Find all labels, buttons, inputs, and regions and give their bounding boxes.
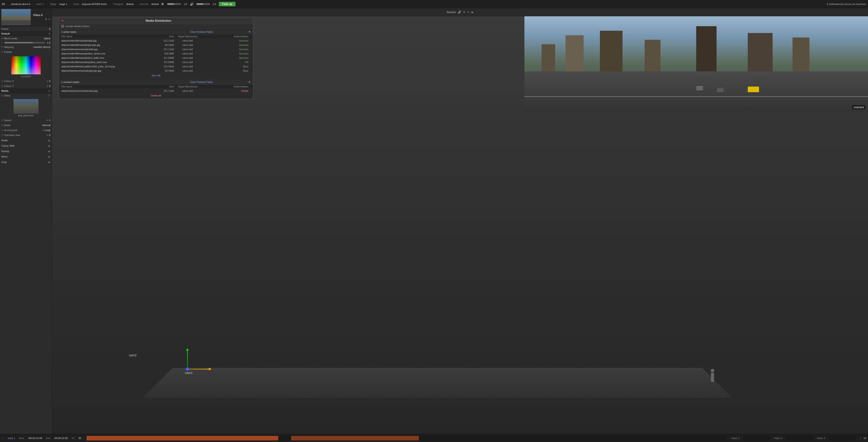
video2-label: Video 2 xyxy=(731,437,739,440)
speed-label: Speed xyxy=(4,119,46,122)
media-section-header: Media ▼ xyxy=(0,89,52,93)
media-arrow[interactable]: ▼ xyxy=(48,90,51,92)
crop-row[interactable]: Crop ▶ xyxy=(0,159,52,165)
status-tc-label: TC xyxy=(71,437,75,440)
session-eye-icon[interactable]: 👁 xyxy=(463,11,466,14)
file-status-3: Success xyxy=(201,52,251,55)
settings-icon[interactable]: ⚙ xyxy=(45,18,47,21)
unused-file-status-0: Delete xyxy=(201,90,251,92)
layer-arrow[interactable]: ▼ xyxy=(48,33,51,35)
unused-section: 1 unused copies Clear Finished Tasks ▼ F… xyxy=(59,79,253,99)
colour-y-label: Colour Y xyxy=(4,85,46,88)
status-track: track 1 xyxy=(8,437,15,440)
file-row-6[interactable]: objects/videofile/test patterns/d3_color… xyxy=(59,64,253,69)
unused-file-size-0: 151.11kB xyxy=(156,90,174,92)
status-end-label: End xyxy=(46,437,51,440)
session-link-icon[interactable]: 🔗 xyxy=(458,11,461,14)
blend-mode-row: ↻ Blend mode Alpha xyxy=(0,36,52,41)
at-end-reset-icon[interactable]: ↺ xyxy=(42,129,44,131)
session-refresh-icon[interactable]: ↻ xyxy=(467,11,470,14)
timeline-area[interactable] xyxy=(87,436,725,440)
volume-slider[interactable] xyxy=(167,3,181,5)
video-prop-row: ↻ Video ↺ xyxy=(0,93,52,98)
keying-row[interactable]: Keying ▶ xyxy=(0,149,52,154)
panel-header: ✕ Media Distribution xyxy=(59,18,253,24)
status-end-value: -00:06:10.00 xyxy=(54,437,68,440)
include-mobile-row: Include Mobile Editors xyxy=(59,24,253,29)
file-row-5[interactable]: objects/videofile/sample/yellow_swirl.mo… xyxy=(59,60,253,64)
file-row-3[interactable]: objects/videofile/sample/test_street.mov… xyxy=(59,52,253,56)
blend-dot-icon: ○ xyxy=(1,41,3,44)
left-panel: Video 4 ⚙ ✕ Frame 0 Default ▼ ↻ Blend mo… xyxy=(0,8,52,434)
file-row-7[interactable]: objects/dxtexture/sample/george.jpg 99.4… xyxy=(59,69,253,73)
video4-label: Video 4 xyxy=(817,437,825,440)
colour-y-reset-icon[interactable]: ↺ xyxy=(46,85,48,88)
transport-indicator xyxy=(161,3,164,5)
preview-label: mainled xyxy=(852,105,865,109)
active-tasks-header: 1 active tasks Clear Finished Tasks ▼ xyxy=(59,30,253,34)
file-row-4[interactable]: objects/videofile/sample/test_balls.mov … xyxy=(59,56,253,60)
active-files-header: File name Size Target Machine(s) Action/… xyxy=(59,34,253,39)
file-row-1[interactable]: objects/videofile/sample/george.jpg 99.4… xyxy=(59,43,253,47)
media-thumbnail[interactable] xyxy=(13,99,38,114)
video-header: Video 4 ⚙ ✕ xyxy=(0,8,52,26)
file-size-1: 99.48kB xyxy=(156,43,174,46)
layer-section-header: Default ▼ xyxy=(0,31,52,36)
move-row[interactable]: Move ▶ xyxy=(0,154,52,159)
blend-amount-slider[interactable] xyxy=(4,42,45,43)
col-target-header-2: Target Machine(s) xyxy=(174,85,201,88)
cam1-label: cam1 xyxy=(185,371,193,375)
file-row-0[interactable]: objects/videofile/sample/ada.jpg 151.11k… xyxy=(59,39,253,43)
file-name-4: objects/videofile/sample/test_balls.mov xyxy=(61,57,156,59)
file-name-0: objects/videofile/sample/ada.jpg xyxy=(61,39,156,42)
file-status-6: Sync xyxy=(201,65,251,68)
devices-label: Devices xyxy=(140,3,149,5)
panel-close-button[interactable]: ✕ xyxy=(61,19,64,22)
status-icon-1[interactable]: ↕ xyxy=(860,437,861,440)
colour-y-value: 0 xyxy=(49,85,51,88)
mapping-label: Mapping xyxy=(4,45,33,49)
brightness-slider[interactable] xyxy=(196,3,210,5)
file-size-6: 223.56kB xyxy=(156,65,174,68)
transition-value: 0 xyxy=(49,134,51,136)
video-reset-icon[interactable]: ↺ xyxy=(48,94,50,97)
file-target-7: cams-dell xyxy=(174,69,201,72)
color-palette-swatch[interactable] xyxy=(11,56,41,74)
transition-row: ↻ Transition time ↺ 0 xyxy=(0,133,52,137)
file-row-2[interactable]: objects/dxtexture/sample/ada.jpg 151.11k… xyxy=(59,47,253,52)
speed-reset-icon[interactable]: ↺ xyxy=(46,119,48,122)
sync-all-button[interactable]: Sync All xyxy=(151,74,160,77)
session-play-icon[interactable]: ▶ xyxy=(471,11,473,14)
transport-value: default xyxy=(126,3,133,5)
unused-expand[interactable]: ▼ xyxy=(248,81,251,84)
transition-reset-icon[interactable]: ↺ xyxy=(46,134,48,136)
colour-shift-row[interactable]: Colour Shift ▶ xyxy=(0,143,52,149)
col-action-header-2: Action/Status xyxy=(201,85,251,88)
feed-value: disguise-003366 feeds xyxy=(82,3,107,5)
blend-value: Alpha xyxy=(44,37,51,40)
cam1-y-arrow xyxy=(186,348,189,351)
colour-x-reset-icon[interactable]: ↺ xyxy=(46,80,48,83)
building-6 xyxy=(748,33,773,71)
close-icon[interactable]: ✕ xyxy=(48,18,51,21)
at-end-icon: ↻ xyxy=(1,129,3,131)
crop-expand-icon: ▶ xyxy=(49,161,51,163)
fade-up-button[interactable]: Fade up xyxy=(219,2,236,6)
devices-value: default xyxy=(151,3,159,5)
audio-row[interactable]: Audio ▶ xyxy=(0,137,52,143)
col-action-header: Action/Status xyxy=(201,35,251,38)
transport-label: Transport xyxy=(113,3,124,5)
file-size-4: 61.19MB xyxy=(156,57,174,59)
active-tasks-count: 1 active tasks xyxy=(61,31,155,33)
building-1 xyxy=(541,44,555,71)
file-size-5: 59.22MB xyxy=(156,61,174,63)
active-tasks-section: 1 active tasks Clear Finished Tasks ▼ Fi… xyxy=(59,29,253,79)
clear-finished-button-2[interactable]: Clear Finished Tasks xyxy=(155,81,248,84)
clear-finished-button[interactable]: Clear Finished Tasks xyxy=(155,31,248,33)
swatch-label: hsvpalette xyxy=(2,75,50,78)
delete-all-button[interactable]: Delete All xyxy=(151,94,161,97)
include-mobile-checkbox[interactable] xyxy=(61,25,64,28)
active-tasks-expand[interactable]: ▼ xyxy=(248,31,251,33)
unused-file-row-0[interactable]: objects/dxtexture/sample/ada.jpg 151.11k… xyxy=(59,89,253,93)
bottom-icon-1[interactable]: ↕ xyxy=(2,437,4,440)
